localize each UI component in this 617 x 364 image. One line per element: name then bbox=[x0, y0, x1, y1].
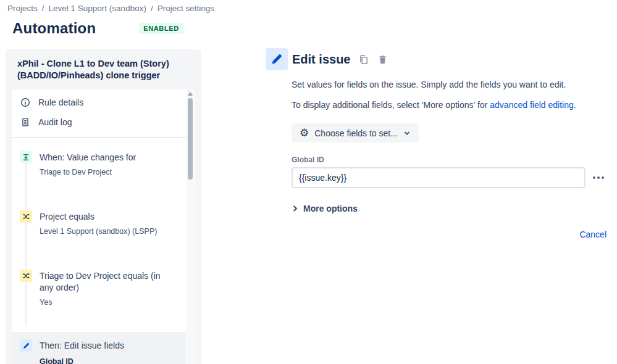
breadcrumb-separator: / bbox=[42, 4, 44, 13]
more-options-label: More options bbox=[303, 204, 358, 213]
trigger-icon bbox=[20, 151, 32, 163]
step-triage-equals[interactable]: Triage to Dev Project equals (in any ord… bbox=[12, 270, 186, 307]
edit-issue-pencil-icon bbox=[266, 48, 288, 70]
trash-icon bbox=[377, 54, 388, 65]
step-subtitle: Global ID bbox=[40, 357, 180, 364]
choose-fields-label: Choose fields to set... bbox=[314, 128, 398, 138]
step-when-value-changes[interactable]: When: Value changes for Triage to Dev Pr… bbox=[12, 151, 186, 177]
condition-shuffle-icon bbox=[20, 270, 32, 282]
scroll-up-arrow-icon[interactable] bbox=[188, 92, 193, 96]
rule-title: xPhil - Clone L1 to Dev team (Story) (BA… bbox=[6, 49, 201, 89]
step-title: Triage to Dev Project equals (in any ord… bbox=[40, 270, 169, 294]
status-badge: ENABLED bbox=[139, 23, 183, 34]
more-actions-meatball-icon[interactable] bbox=[592, 174, 605, 181]
pencil-icon bbox=[20, 339, 32, 352]
audit-log-icon bbox=[20, 117, 31, 128]
step-subtitle: Level 1 Support (sandbox) (LSPP) bbox=[40, 226, 180, 236]
step-title: When: Value changes for bbox=[40, 151, 136, 163]
sidebar-item-label: Rule details bbox=[38, 97, 83, 107]
step-then-edit-issue[interactable]: Then: Edit issue fields Global ID bbox=[12, 332, 186, 364]
duplicate-action-button[interactable] bbox=[356, 52, 371, 67]
page-header: Automation ENABLED bbox=[12, 20, 183, 37]
step-title: Then: Edit issue fields bbox=[40, 339, 124, 352]
sidebar-item-rule-details[interactable]: Rule details bbox=[12, 89, 186, 112]
chevron-right-icon bbox=[292, 205, 299, 212]
sidebar-item-label: Audit log bbox=[38, 117, 72, 127]
step-title: Project equals bbox=[40, 210, 94, 223]
sidebar-item-audit-log[interactable]: Audit log bbox=[12, 112, 186, 132]
breadcrumb-separator: / bbox=[151, 4, 153, 13]
more-options-expander[interactable]: More options bbox=[292, 204, 607, 213]
rule-steps-list: When: Value changes for Triage to Dev Pr… bbox=[12, 138, 186, 364]
global-id-input[interactable] bbox=[292, 167, 586, 188]
step-subtitle: Triage to Dev Project bbox=[40, 167, 180, 177]
description-text: To display additional fields, select 'Mo… bbox=[292, 100, 490, 110]
breadcrumb-project[interactable]: Level 1 Support (sandbox) bbox=[49, 4, 146, 13]
breadcrumb: Projects/Level 1 Support (sandbox)/Proje… bbox=[7, 4, 214, 13]
copy-icon bbox=[358, 54, 369, 65]
action-editor: Edit issue Set valu bbox=[266, 48, 611, 239]
rule-steps-panel: Rule details Audit log bbox=[12, 89, 195, 364]
choose-fields-dropdown[interactable]: ⚙ Choose fields to set... bbox=[292, 123, 419, 143]
description-text: . bbox=[574, 100, 576, 110]
cancel-button[interactable]: Cancel bbox=[579, 230, 607, 239]
chevron-down-icon bbox=[403, 130, 411, 137]
action-description: Set values for fields on the issue. Simp… bbox=[292, 79, 607, 91]
condition-shuffle-icon bbox=[20, 210, 32, 223]
page-title: Automation bbox=[12, 20, 96, 37]
advanced-field-editing-link[interactable]: advanced field editing bbox=[490, 100, 573, 110]
gear-icon: ⚙ bbox=[300, 128, 309, 138]
scrollbar-thumb[interactable] bbox=[188, 98, 193, 180]
field-label-global-id: Global ID bbox=[292, 155, 607, 164]
breadcrumb-projects[interactable]: Projects bbox=[7, 4, 38, 13]
step-project-equals[interactable]: Project equals Level 1 Support (sandbox)… bbox=[12, 210, 186, 236]
rule-sidebar: xPhil - Clone L1 to Dev team (Story) (BA… bbox=[6, 49, 201, 364]
breadcrumb-project-settings[interactable]: Project settings bbox=[157, 4, 214, 13]
step-subtitle: Yes bbox=[40, 297, 180, 307]
delete-action-button[interactable] bbox=[376, 52, 390, 67]
action-title: Edit issue bbox=[292, 52, 350, 67]
action-description-secondary: To display additional fields, select 'Mo… bbox=[292, 99, 607, 111]
sidebar-scrollbar[interactable] bbox=[187, 89, 194, 364]
info-icon bbox=[20, 97, 31, 108]
